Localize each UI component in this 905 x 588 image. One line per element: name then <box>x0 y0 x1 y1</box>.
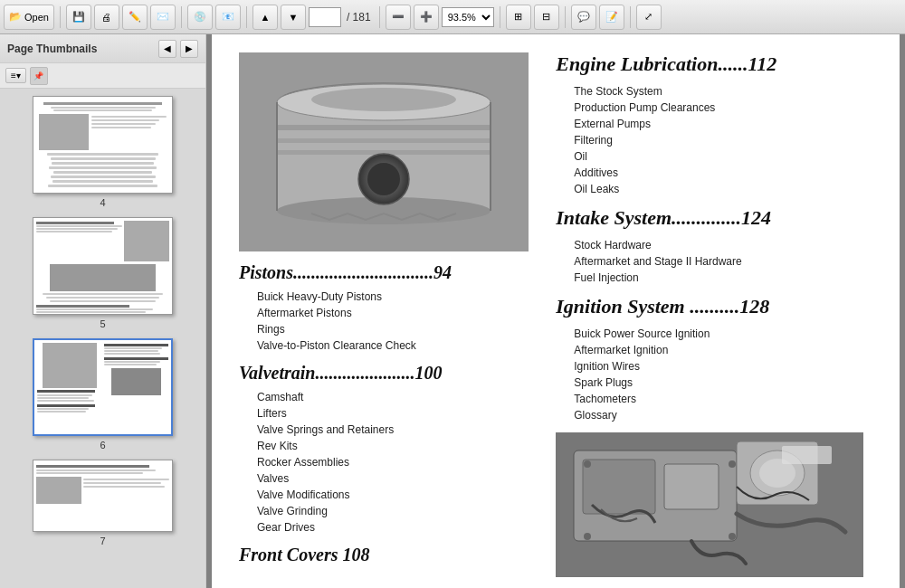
up-arrow-icon: ▲ <box>260 12 270 23</box>
email-icon: ✉️ <box>157 11 169 23</box>
valvetrain-item-9: Gear Drives <box>257 519 538 536</box>
thumb-label-7: 7 <box>100 536 105 546</box>
svg-point-10 <box>367 163 400 195</box>
mail-icon: 📧 <box>222 11 234 23</box>
main-area: Page Thumbnails ◀ ▶ ≡▾ 📌 <box>0 34 905 588</box>
pistons-items: Buick Heavy-Duty Pistons Aftermarket Pis… <box>239 289 538 354</box>
thumb-label-5: 5 <box>100 318 105 329</box>
zoom-select[interactable]: 50% 75% 93.5% 100% 125% 150% 200% <box>442 7 494 27</box>
pistons-heading: Pistons...............................94 <box>239 262 538 283</box>
thumbnail-page-5[interactable]: 5 <box>7 217 198 329</box>
valvetrain-item-1: Camshaft <box>257 389 538 405</box>
zoom-in-icon: ➕ <box>420 11 433 23</box>
sidebar: Page Thumbnails ◀ ▶ ≡▾ 📌 <box>0 34 206 588</box>
eng-lub-item-3: External Pumps <box>574 116 872 132</box>
print-button[interactable]: 🖨 <box>94 5 119 30</box>
valvetrain-item-8: Valve Grinding <box>257 503 538 519</box>
sidebar-panel-icon: 📌 <box>30 67 48 85</box>
svg-point-23 <box>729 533 736 540</box>
svg-point-21 <box>729 460 736 468</box>
open-button[interactable]: 📂 Open <box>4 5 54 30</box>
engine-image <box>556 432 863 577</box>
sidebar-header: Page Thumbnails ◀ ▶ <box>0 34 205 63</box>
page-view: Pistons...............................94… <box>212 34 900 588</box>
print-icon: 🖨 <box>101 12 111 23</box>
highlight-icon: 📝 <box>605 11 618 23</box>
thumb-frame-5[interactable] <box>33 217 173 315</box>
svg-rect-5 <box>277 125 491 130</box>
svg-rect-24 <box>782 446 832 464</box>
prev-page-button[interactable]: ▲ <box>252 5 278 30</box>
pdf-content[interactable]: Pistons...............................94… <box>206 34 905 588</box>
intake-item-3: Fuel Injection <box>574 270 872 286</box>
thumb-frame-7[interactable] <box>33 460 173 532</box>
thumbnail-page-6[interactable]: 6 <box>7 338 198 450</box>
mail-button[interactable]: 📧 <box>215 5 241 30</box>
sidebar-prev-button[interactable]: ◀ <box>158 40 176 58</box>
engine-lubrication-heading: Engine Lubrication......112 <box>556 52 872 76</box>
ignition-item-6: Glossary <box>574 407 872 423</box>
zoom-out-button[interactable]: ➖ <box>386 5 411 30</box>
thumb-frame-6[interactable] <box>33 338 173 436</box>
edit-button[interactable]: ✏️ <box>122 5 148 30</box>
valvetrain-item-2: Lifters <box>257 405 538 422</box>
thumb-frame-4[interactable] <box>33 96 173 194</box>
piston-svg <box>239 52 529 251</box>
save2-button[interactable]: 💿 <box>187 5 213 30</box>
toolbar: 📂 Open 💾 🖨 ✏️ ✉️ 💿 📧 ▲ ▼ 6 / 181 ➖ ➕ 50%… <box>0 0 905 34</box>
ignition-item-1: Buick Power Source Ignition <box>574 326 872 342</box>
sidebar-next-button[interactable]: ▶ <box>180 40 198 58</box>
valvetrain-item-4: Rev Kits <box>257 438 538 454</box>
valvetrain-heading: Valvetrain......................100 <box>239 363 538 384</box>
eng-lub-item-2: Production Pump Clearances <box>574 100 872 116</box>
eng-lub-item-6: Additives <box>574 165 872 181</box>
thumbnail-page-4[interactable]: 4 <box>7 96 198 208</box>
save-button[interactable]: 💾 <box>66 5 91 30</box>
svg-point-4 <box>311 88 456 111</box>
ignition-item-2: Aftermarket Ignition <box>574 342 872 358</box>
fit-width-button[interactable]: ⊟ <box>534 5 559 30</box>
pistons-item-1: Buick Heavy-Duty Pistons <box>257 289 538 305</box>
separator-6 <box>565 6 566 28</box>
valvetrain-item-3: Valve Springs and Retainers <box>257 422 538 438</box>
highlight-button[interactable]: 📝 <box>599 5 624 30</box>
eng-lub-item-1: The Stock System <box>574 83 872 100</box>
pistons-item-2: Aftermarket Pistons <box>257 305 538 321</box>
page-total: / 181 <box>347 11 371 24</box>
zoom-in-button[interactable]: ➕ <box>414 5 439 30</box>
fullscreen-button[interactable]: ⤢ <box>636 5 662 30</box>
eng-lub-item-5: Oil <box>574 148 872 165</box>
engine-lubrication-items: The Stock System Production Pump Clearan… <box>556 83 872 197</box>
thumb-label-6: 6 <box>100 440 105 450</box>
intake-item-2: Aftermarket and Stage II Hardware <box>574 253 872 270</box>
thumbnails-area[interactable]: 4 <box>0 89 205 588</box>
sidebar-list-button[interactable]: ≡▾ <box>5 68 26 83</box>
separator-1 <box>60 6 61 28</box>
ignition-item-3: Ignition Wires <box>574 358 872 375</box>
left-column: Pistons...............................94… <box>239 52 538 570</box>
front-covers-heading: Front Covers 108 <box>239 545 538 565</box>
separator-7 <box>630 6 631 28</box>
sidebar-title: Page Thumbnails <box>7 43 155 55</box>
pistons-item-4: Valve-to-Piston Clearance Check <box>257 337 538 354</box>
email-button[interactable]: ✉️ <box>150 5 176 30</box>
ignition-system-heading: Ignition System ..........128 <box>556 295 872 318</box>
fit-page-button[interactable]: ⊞ <box>506 5 531 30</box>
valvetrain-items: Camshaft Lifters Valve Springs and Retai… <box>239 389 538 536</box>
next-page-button[interactable]: ▼ <box>281 5 306 30</box>
thumbnail-page-7[interactable]: 7 <box>7 460 198 546</box>
down-arrow-icon: ▼ <box>288 12 298 23</box>
disk-icon: 💿 <box>194 11 206 23</box>
separator-5 <box>500 6 500 28</box>
ignition-item-5: Tachometers <box>574 391 872 407</box>
valvetrain-item-6: Valves <box>257 470 538 487</box>
valvetrain-item-5: Rocker Assemblies <box>257 454 538 470</box>
separator-4 <box>379 6 380 28</box>
page-input[interactable]: 6 <box>309 7 341 27</box>
svg-rect-16 <box>664 464 719 509</box>
comment-icon: 💬 <box>577 11 590 23</box>
pistons-item-3: Rings <box>257 321 538 337</box>
ignition-item-4: Spark Plugs <box>574 375 872 391</box>
comment-button[interactable]: 💬 <box>571 5 596 30</box>
intake-system-items: Stock Hardware Aftermarket and Stage II … <box>556 237 872 286</box>
